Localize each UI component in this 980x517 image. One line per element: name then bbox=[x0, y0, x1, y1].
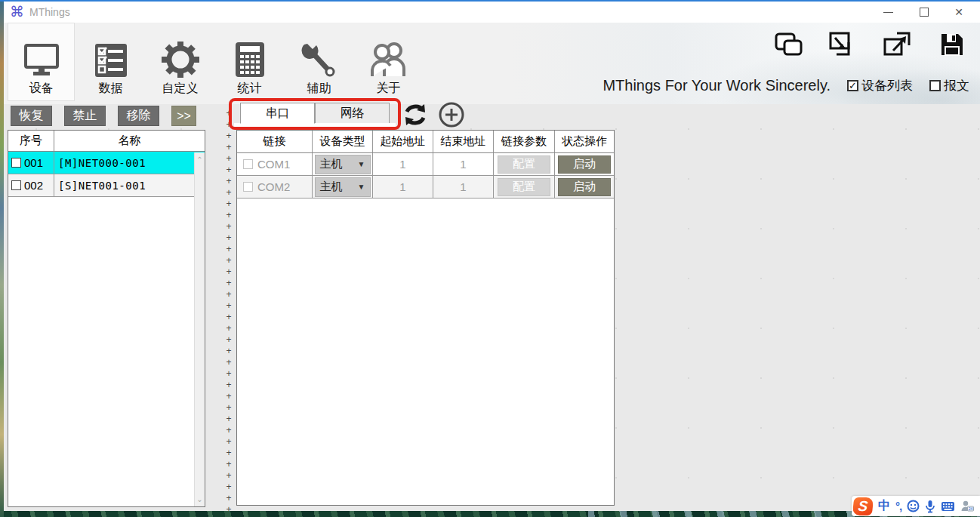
save-button[interactable] bbox=[938, 30, 966, 59]
table-row[interactable]: 001 [M]NET000-001 bbox=[8, 152, 205, 174]
row-checkbox[interactable] bbox=[11, 180, 21, 190]
col-header-end-addr: 结束地址 bbox=[433, 131, 494, 152]
minimize-button[interactable] bbox=[871, 2, 904, 23]
configure-button[interactable]: 配置 bbox=[498, 155, 550, 174]
end-addr-cell[interactable]: 1 bbox=[433, 176, 494, 198]
chevron-down-icon: ▼ bbox=[358, 183, 365, 191]
toggle-label: 报文 bbox=[944, 77, 969, 94]
remove-button[interactable]: 移除 bbox=[118, 106, 159, 126]
refresh-button[interactable] bbox=[401, 100, 430, 129]
toolbar-button-label: 设备 bbox=[29, 81, 54, 97]
close-button[interactable]: ✕ bbox=[942, 2, 975, 23]
window-title: MThings bbox=[29, 6, 70, 18]
user-badge-icon[interactable]: 24 bbox=[960, 500, 974, 512]
refresh-icon bbox=[401, 101, 430, 128]
expand-button[interactable]: >> bbox=[171, 106, 196, 126]
checkbox-checked-icon: ✓ bbox=[847, 80, 858, 91]
link-tabs: 串口 网络 bbox=[234, 103, 396, 128]
checklist-icon bbox=[93, 43, 129, 78]
add-link-button[interactable] bbox=[438, 101, 465, 128]
toolbar-button-custom[interactable]: 自定义 bbox=[146, 23, 214, 101]
start-button[interactable]: 启动 bbox=[558, 155, 611, 174]
sogou-logo-icon[interactable]: S bbox=[852, 497, 874, 515]
col-header-link: 链接 bbox=[237, 131, 313, 152]
start-addr-cell[interactable]: 1 bbox=[373, 153, 433, 175]
desktop-bottom-edge bbox=[0, 511, 980, 517]
col-header-status-ops: 状态操作 bbox=[555, 131, 614, 152]
desktop-left-edge bbox=[0, 2, 4, 517]
ime-lang-toggle[interactable]: 中 bbox=[878, 498, 890, 514]
dock-window-icon bbox=[829, 32, 858, 57]
table-row[interactable]: 002 [S]NET001-001 bbox=[8, 174, 205, 197]
toolbar-button-device[interactable]: 设备 bbox=[8, 23, 75, 101]
device-table-scrollbar[interactable]: ⌃ ⌄ bbox=[194, 152, 205, 506]
toggle-packet[interactable]: 报文 bbox=[929, 77, 969, 94]
col-header-start-addr: 起始地址 bbox=[373, 131, 433, 152]
scroll-up-icon[interactable]: ⌃ bbox=[195, 155, 205, 164]
device-type-dropdown[interactable]: 主机 ▼ bbox=[315, 155, 371, 174]
row-checkbox[interactable] bbox=[243, 159, 253, 169]
window-top-border bbox=[0, 0, 980, 2]
link-table-header: 链接 设备类型 起始地址 结束地址 链接参数 状态操作 bbox=[237, 131, 614, 153]
toggle-device-list[interactable]: ✓ 设备列表 bbox=[847, 77, 913, 94]
toolbar-button-label: 数据 bbox=[99, 81, 123, 97]
panel-splitter[interactable]: + + + + + + + + + + + + + + + + + + + + … bbox=[222, 97, 236, 512]
monitor-icon bbox=[22, 43, 61, 78]
scroll-down-icon[interactable]: ⌄ bbox=[195, 495, 205, 503]
toolbar-button-label: 自定义 bbox=[162, 81, 199, 97]
app-tagline: MThings For Your Work Sincerely. bbox=[602, 77, 831, 94]
restore-button[interactable]: 恢复 bbox=[11, 106, 52, 126]
col-header-name: 名称 bbox=[54, 131, 205, 151]
tab-serial[interactable]: 串口 bbox=[240, 103, 315, 124]
row-name: [M]NET000-001 bbox=[54, 152, 205, 174]
link-table: 链接 设备类型 起始地址 结束地址 链接参数 状态操作 COM1 主机 ▼ 1 … bbox=[236, 130, 615, 506]
calculator-icon bbox=[235, 42, 265, 78]
keyboard-icon[interactable] bbox=[941, 501, 955, 512]
undock-window-button[interactable] bbox=[883, 30, 912, 59]
microphone-icon[interactable] bbox=[925, 500, 935, 513]
people-icon bbox=[368, 42, 410, 78]
cascade-windows-button[interactable] bbox=[775, 30, 803, 59]
toolbar-button-label: 统计 bbox=[238, 81, 262, 97]
link-name: COM1 bbox=[257, 158, 290, 171]
col-header-link-params: 链接参数 bbox=[494, 131, 555, 152]
toolbar-button-about[interactable]: 关于 bbox=[355, 23, 422, 101]
ime-toolbar: S 中 °, 24 bbox=[852, 496, 980, 516]
checkbox-unchecked-icon bbox=[929, 80, 941, 91]
link-row: COM1 主机 ▼ 1 1 配置 启动 bbox=[237, 153, 614, 176]
tab-network[interactable]: 网络 bbox=[315, 103, 390, 124]
emoji-icon[interactable] bbox=[907, 500, 920, 512]
toolbar-button-stats[interactable]: 统计 bbox=[216, 23, 283, 101]
ime-punctuation-toggle[interactable]: °, bbox=[895, 500, 901, 512]
toolbar-button-label: 关于 bbox=[377, 81, 401, 97]
close-icon: ✕ bbox=[954, 6, 963, 18]
start-button[interactable]: 启动 bbox=[558, 178, 611, 196]
device-type-value: 主机 bbox=[320, 180, 343, 194]
toolbar-button-data[interactable]: 数据 bbox=[77, 23, 144, 101]
dock-window-button[interactable] bbox=[829, 30, 858, 59]
device-type-dropdown[interactable]: 主机 ▼ bbox=[315, 177, 371, 197]
link-name: COM2 bbox=[257, 180, 290, 193]
row-checkbox[interactable] bbox=[11, 158, 21, 168]
row-name: [S]NET001-001 bbox=[54, 174, 205, 196]
configure-button[interactable]: 配置 bbox=[498, 178, 550, 196]
disable-button[interactable]: 禁止 bbox=[64, 106, 106, 126]
device-actions: 恢复 禁止 移除 >> bbox=[11, 106, 196, 126]
start-addr-cell[interactable]: 1 bbox=[373, 176, 433, 198]
device-table: 序号 名称 001 [M]NET000-001 002 [S]NET001-00… bbox=[8, 130, 205, 507]
maximize-icon bbox=[920, 8, 929, 17]
row-no: 002 bbox=[24, 179, 43, 192]
col-header-no: 序号 bbox=[8, 131, 54, 151]
wrench-icon bbox=[301, 42, 337, 78]
end-addr-cell[interactable]: 1 bbox=[433, 153, 494, 175]
save-icon bbox=[939, 32, 965, 57]
cascade-windows-icon bbox=[775, 32, 803, 57]
row-checkbox[interactable] bbox=[243, 182, 253, 192]
toolbar-button-assist[interactable]: 辅助 bbox=[285, 23, 353, 101]
maximize-button[interactable] bbox=[908, 2, 941, 23]
link-row: COM2 主机 ▼ 1 1 配置 启动 bbox=[237, 176, 614, 198]
gear-icon bbox=[162, 42, 199, 78]
plus-icon bbox=[438, 101, 465, 128]
app-logo-icon: ⌘ bbox=[10, 3, 24, 20]
minimize-icon bbox=[883, 12, 893, 13]
